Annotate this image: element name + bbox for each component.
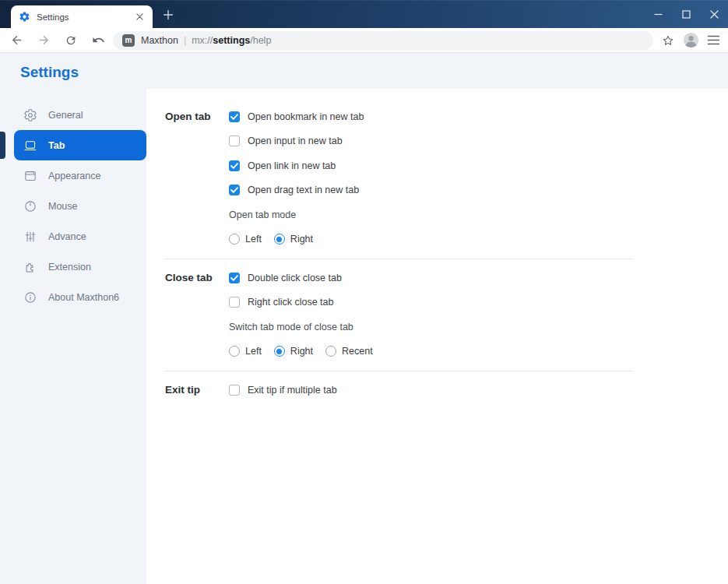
tab-close-icon[interactable] [132, 10, 146, 24]
close-icon[interactable] [700, 0, 728, 28]
url-separator: | [184, 35, 186, 46]
info-icon [23, 290, 37, 304]
radio-option-recent[interactable]: Recent [325, 346, 373, 357]
row: Open input in new tab [229, 129, 728, 154]
row: Open link in new tab [229, 153, 728, 178]
checkbox-open-input-in-new-tab[interactable] [229, 135, 240, 146]
section-divider [165, 371, 632, 371]
forward-icon[interactable] [33, 30, 54, 51]
radio-option-label: Right [290, 234, 313, 245]
checkbox-open-link-in-new-tab[interactable] [229, 160, 240, 171]
checkbox-label: Double click close tab [248, 273, 342, 283]
checkbox-label: Exit tip if multiple tab [248, 385, 337, 396]
page-title: Settings [20, 64, 79, 81]
radio-option-label: Left [245, 234, 262, 245]
window-controls [644, 0, 728, 28]
new-tab-button[interactable] [159, 8, 178, 22]
radio-left[interactable] [229, 346, 240, 357]
sidebar-item-advance[interactable]: Advance [14, 221, 146, 252]
sidebar-nav: GeneralTabAppearanceMouseAdvanceExtensio… [14, 100, 146, 312]
sidebar-item-general[interactable]: General [14, 100, 146, 130]
sidebar-item-label: Mouse [48, 201, 78, 212]
radio-right[interactable] [274, 346, 285, 357]
group-label: Open tab mode [229, 209, 296, 220]
undo-icon[interactable] [88, 30, 108, 51]
row: Exit tip if multiple tab [229, 378, 728, 403]
section-rows: Exit tip if multiple tab [229, 378, 728, 403]
row: Open drag text in new tab [229, 178, 728, 203]
row: Open bookmark in new tab [229, 104, 728, 129]
maximize-icon[interactable] [672, 0, 700, 28]
radio-option-label: Left [245, 346, 262, 357]
url-text: Maxthon|mx://settings/help [141, 35, 271, 46]
checkbox-open-drag-text-in-new-tab[interactable] [229, 185, 240, 195]
section-title: Close tab [146, 266, 229, 364]
back-icon[interactable] [6, 30, 26, 51]
sidebar-item-appearance[interactable]: Appearance [14, 160, 146, 191]
row: Double click close tab [229, 266, 728, 290]
maxthon-logo-icon: m [122, 34, 135, 47]
row: LeftRightRecent [229, 339, 728, 364]
checkbox-label: Open drag text in new tab [248, 185, 359, 195]
gear-icon [23, 108, 37, 122]
sidebar-item-label: Appearance [48, 171, 100, 181]
checkbox-open-bookmark-in-new-tab[interactable] [229, 111, 240, 122]
url-host: settings [213, 35, 250, 46]
row: Open tab mode [229, 202, 728, 227]
checkbox-label: Open bookmark in new tab [248, 111, 364, 122]
radio-option-right[interactable]: Right [274, 234, 313, 245]
puzzle-icon [23, 260, 37, 274]
sidebar-item-about-maxthon6[interactable]: About Maxthon6 [14, 282, 146, 312]
star-icon[interactable] [661, 33, 675, 47]
refresh-icon[interactable] [61, 30, 81, 51]
checkbox-label: Right click close tab [248, 297, 333, 308]
checkbox-exit-tip-if-multiple-tab[interactable] [229, 385, 240, 396]
section-divider [165, 259, 632, 259]
radio-option-label: Recent [342, 346, 373, 357]
radio-option-right[interactable]: Right [274, 346, 313, 357]
section-title: Exit tip [146, 378, 229, 403]
section-close-tab: Close tabDouble click close tabRight cli… [146, 266, 728, 364]
profile-icon[interactable] [683, 32, 699, 48]
sidebar-item-extension[interactable]: Extension [14, 252, 146, 282]
radio-recent[interactable] [325, 346, 336, 357]
menu-icon[interactable] [707, 35, 720, 45]
checkbox-label: Open input in new tab [248, 135, 343, 146]
toolbar-right [661, 32, 720, 48]
group-label: Switch tab mode of close tab [229, 322, 353, 332]
url-path: /help [250, 35, 271, 46]
radio-option-left[interactable]: Left [229, 234, 262, 245]
url-brand: Maxthon [141, 35, 178, 46]
section-rows: Double click close tabRight click close … [229, 266, 728, 364]
section-title: Open tab [146, 104, 229, 252]
sliders-icon [23, 230, 37, 244]
checkbox-double-click-close-tab[interactable] [229, 273, 240, 283]
sidebar-item-label: Tab [48, 140, 65, 151]
row: Right click close tab [229, 290, 728, 315]
checkbox-label: Open link in new tab [248, 160, 336, 171]
tab-icon [23, 139, 37, 153]
nav-buttons [6, 30, 108, 51]
row: LeftRight [229, 227, 728, 252]
toolbar: m Maxthon|mx://settings/help [0, 28, 728, 53]
settings-sections: Open tabOpen bookmark in new tabOpen inp… [146, 89, 728, 584]
minimize-icon[interactable] [644, 0, 672, 28]
browser-tab-settings[interactable]: Settings [11, 5, 153, 28]
mouse-icon [23, 199, 37, 213]
sidebar-item-label: About Maxthon6 [48, 292, 119, 303]
address-bar[interactable]: m Maxthon|mx://settings/help [113, 31, 653, 50]
selected-indicator [0, 132, 5, 159]
sidebar-item-label: Advance [48, 231, 86, 242]
radio-left[interactable] [229, 234, 240, 245]
sidebar-item-label: General [48, 110, 83, 121]
gear-icon [19, 11, 30, 23]
section-exit-tip: Exit tipExit tip if multiple tab [146, 378, 728, 403]
section-rows: Open bookmark in new tabOpen input in ne… [229, 104, 728, 252]
section-open-tab: Open tabOpen bookmark in new tabOpen inp… [146, 104, 728, 252]
titlebar: Settings [0, 0, 728, 28]
radio-option-left[interactable]: Left [229, 346, 262, 357]
radio-right[interactable] [274, 234, 285, 245]
sidebar-item-tab[interactable]: Tab [14, 130, 146, 160]
sidebar-item-mouse[interactable]: Mouse [14, 191, 146, 221]
checkbox-right-click-close-tab[interactable] [229, 297, 240, 308]
